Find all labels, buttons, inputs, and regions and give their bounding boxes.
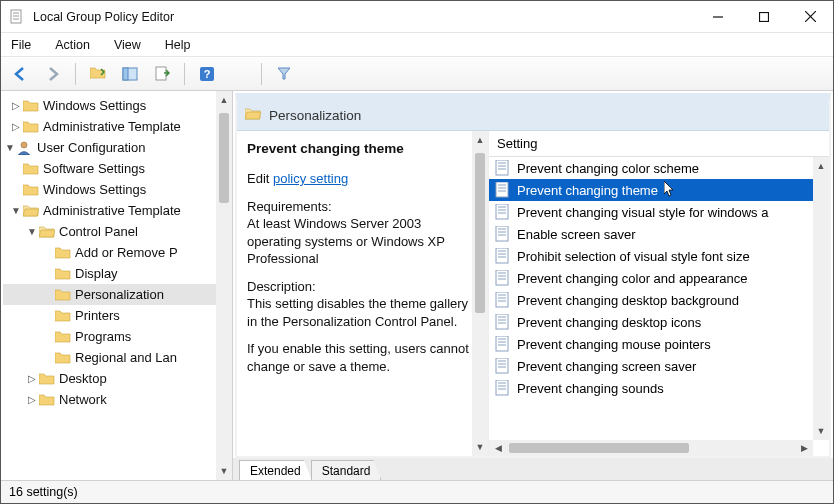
menu-action[interactable]: Action (55, 38, 90, 52)
setting-item-label: Prohibit selection of visual style font … (517, 249, 750, 264)
caret-expanded-icon[interactable]: ▼ (9, 205, 23, 216)
list-scrollbar[interactable]: ▲ ▼ (813, 157, 829, 440)
tree-scrollbar[interactable]: ▲ ▼ (216, 91, 232, 480)
policy-icon (495, 314, 511, 330)
caret-expanded-icon[interactable]: ▼ (3, 142, 17, 153)
caret-collapsed-icon[interactable]: ▷ (9, 121, 23, 132)
tree-item-user-configuration[interactable]: ▼User Configuration (3, 137, 230, 158)
tree-item-administrative-template[interactable]: ▷Administrative Template (3, 116, 230, 137)
scroll-down-icon[interactable]: ▼ (813, 422, 829, 440)
setting-item-label: Prevent changing sounds (517, 381, 664, 396)
setting-item[interactable]: Prevent changing color scheme (489, 157, 813, 179)
setting-item[interactable]: Prevent changing screen saver (489, 355, 813, 377)
svg-rect-10 (760, 12, 769, 21)
setting-item-label: Enable screen saver (517, 227, 636, 242)
scroll-thumb[interactable] (509, 443, 689, 453)
scroll-up-icon[interactable]: ▲ (813, 157, 829, 175)
tree-pane: ▷Windows Settings▷Administrative Templat… (1, 91, 233, 480)
tree-item-programs[interactable]: Programs (3, 326, 230, 347)
tree-item-personalization[interactable]: Personalization (3, 284, 230, 305)
toolbar: ? (1, 57, 833, 91)
scroll-thumb[interactable] (219, 113, 229, 203)
scroll-down-icon[interactable]: ▼ (216, 462, 232, 480)
show-hide-tree-button[interactable] (116, 61, 144, 87)
folder-icon (39, 393, 55, 407)
policy-icon (495, 292, 511, 308)
window-title: Local Group Policy Editor (33, 10, 695, 24)
scroll-up-icon[interactable]: ▲ (216, 91, 232, 109)
tree-item-label: Add or Remove P (75, 245, 178, 260)
tree-item-label: Control Panel (59, 224, 138, 239)
export-button[interactable] (148, 61, 176, 87)
maximize-button[interactable] (741, 1, 787, 32)
caret-collapsed-icon[interactable]: ▷ (25, 394, 39, 405)
scroll-left-icon[interactable]: ◀ (489, 443, 507, 453)
setting-item[interactable]: Enable screen saver (489, 223, 813, 245)
list-hscrollbar[interactable]: ◀ ▶ (489, 440, 813, 456)
menu-view[interactable]: View (114, 38, 141, 52)
filter-button[interactable] (270, 61, 298, 87)
caret-expanded-icon[interactable]: ▼ (25, 226, 39, 237)
tab-standard[interactable]: Standard (311, 460, 382, 480)
tree-item-regional-and-lan[interactable]: Regional and Lan (3, 347, 230, 368)
setting-item[interactable]: Prevent changing theme (489, 179, 813, 201)
tree-item-display[interactable]: Display (3, 263, 230, 284)
close-button[interactable] (787, 1, 833, 32)
tree-item-desktop[interactable]: ▷Desktop (3, 368, 230, 389)
desc-scrollbar[interactable]: ▲ ▼ (472, 131, 488, 456)
caret-collapsed-icon[interactable]: ▷ (9, 100, 23, 111)
setting-item[interactable]: Prohibit selection of visual style font … (489, 245, 813, 267)
minimize-button[interactable] (695, 1, 741, 32)
tree-item-administrative-template[interactable]: ▼Administrative Template (3, 200, 230, 221)
up-button[interactable] (84, 61, 112, 87)
list-header[interactable]: Setting (489, 131, 829, 157)
setting-item[interactable]: Prevent changing sounds (489, 377, 813, 399)
scroll-up-icon[interactable]: ▲ (472, 131, 488, 149)
tree-item-label: Administrative Template (43, 203, 181, 218)
setting-item-label: Prevent changing visual style for window… (517, 205, 768, 220)
user-icon (17, 141, 33, 155)
tree-item-printers[interactable]: Printers (3, 305, 230, 326)
setting-item[interactable]: Prevent changing mouse pointers (489, 333, 813, 355)
menubar: File Action View Help (1, 33, 833, 57)
statusbar: 16 setting(s) (1, 481, 833, 503)
tree-item-add-or-remove-p[interactable]: Add or Remove P (3, 242, 230, 263)
edit-policy-link[interactable]: policy setting (273, 171, 348, 186)
tree-item-control-panel[interactable]: ▼Control Panel (3, 221, 230, 242)
setting-item[interactable]: Prevent changing color and appearance (489, 267, 813, 289)
tree-item-label: Personalization (75, 287, 164, 302)
policy-icon (495, 226, 511, 242)
scroll-right-icon[interactable]: ▶ (795, 443, 813, 453)
setting-item-label: Prevent changing desktop icons (517, 315, 701, 330)
tree-item-label: Regional and Lan (75, 350, 177, 365)
toolbar-separator-3 (261, 63, 262, 85)
tree-item-network[interactable]: ▷Network (3, 389, 230, 410)
scroll-thumb[interactable] (475, 153, 485, 313)
setting-item[interactable]: Prevent changing visual style for window… (489, 201, 813, 223)
app-icon (9, 9, 25, 25)
menu-help[interactable]: Help (165, 38, 191, 52)
status-text: 16 setting(s) (9, 485, 78, 499)
setting-item[interactable]: Prevent changing desktop icons (489, 311, 813, 333)
tree-item-windows-settings[interactable]: Windows Settings (3, 179, 230, 200)
forward-button[interactable] (39, 61, 67, 87)
settings-list-pane: Setting Prevent changing color schemePre… (489, 131, 829, 456)
scroll-down-icon[interactable]: ▼ (472, 438, 488, 456)
setting-item[interactable]: Prevent changing desktop background (489, 289, 813, 311)
tree-item-software-settings[interactable]: Software Settings (3, 158, 230, 179)
folder-icon (23, 183, 39, 197)
requirements-text: At least Windows Server 2003 operating s… (247, 216, 445, 266)
tree-item-label: Display (75, 266, 118, 281)
tab-extended[interactable]: Extended (239, 460, 312, 480)
caret-collapsed-icon[interactable]: ▷ (25, 373, 39, 384)
policy-icon (495, 248, 511, 264)
folder-icon (23, 162, 39, 176)
description-pane: Prevent changing theme Edit policy setti… (237, 131, 489, 456)
tree-item-windows-settings[interactable]: ▷Windows Settings (3, 95, 230, 116)
svg-rect-14 (123, 68, 128, 80)
help-button[interactable]: ? (193, 61, 221, 87)
bottom-tabs: Extended Standard (233, 458, 833, 480)
main-split: ▷Windows Settings▷Administrative Templat… (1, 91, 833, 481)
menu-file[interactable]: File (11, 38, 31, 52)
back-button[interactable] (7, 61, 35, 87)
